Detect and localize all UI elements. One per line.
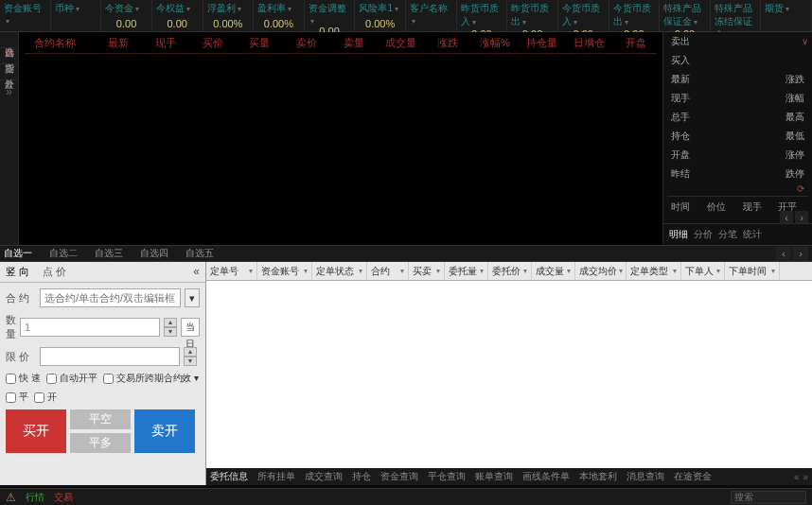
quote-col-3[interactable]: 买价	[192, 36, 234, 50]
contract-input[interactable]	[40, 288, 181, 307]
price-input[interactable]	[40, 347, 180, 366]
side-tab-1[interactable]: 期货	[0, 48, 17, 64]
metric-8[interactable]: 客户名称▾	[406, 0, 457, 31]
metric-15[interactable]: 期货▾	[761, 0, 812, 31]
side-tab-0[interactable]: 自选	[0, 32, 17, 48]
qty-up-icon[interactable]: ▲	[164, 318, 177, 327]
quote-col-5[interactable]: 卖价	[286, 36, 327, 50]
detail-tab-1[interactable]: 分价	[694, 228, 713, 241]
buy-open-button[interactable]: 买开	[6, 409, 66, 453]
bottom-tab-0[interactable]: 委托信息	[210, 470, 248, 483]
validity-select[interactable]: 当日有效 ▾	[181, 318, 200, 337]
quote-col-6[interactable]: 卖量	[333, 36, 375, 50]
sel-tab-0[interactable]: 自选一	[4, 247, 32, 260]
price-up-icon[interactable]: ▲	[184, 347, 197, 357]
check-1[interactable]: 自动开平	[46, 372, 97, 385]
metric-12[interactable]: 今货币质出▾0.00	[609, 0, 661, 31]
bottom-tab-10[interactable]: 在途资金	[674, 470, 712, 483]
bottom-tab-1[interactable]: 所有挂单	[257, 470, 295, 483]
order-col-7[interactable]: 成交量▾	[532, 262, 575, 280]
check-2[interactable]: 交易所跨期合约	[103, 372, 183, 385]
collapse-icon[interactable]: «	[193, 265, 200, 279]
metric-7[interactable]: 风险率1▾0.00%	[355, 0, 406, 31]
bottom-tab-3[interactable]: 持仓	[352, 470, 371, 483]
footer-trade-link[interactable]: 交易	[54, 491, 73, 504]
quote-col-12[interactable]: 开盘	[615, 36, 657, 50]
quote-col-11[interactable]: 日增仓	[569, 36, 610, 50]
footer-quote-link[interactable]: 行情	[26, 491, 44, 504]
quote-col-9[interactable]: 涨幅%	[474, 36, 516, 50]
bottom-tab-4[interactable]: 资金查询	[380, 470, 418, 483]
sel-tab-4[interactable]: 自选五	[185, 247, 214, 260]
check-3[interactable]: 平	[6, 391, 28, 404]
metric-13[interactable]: 特殊产品保证金▾0.00	[660, 0, 711, 31]
order-col-3[interactable]: 合约▾	[367, 262, 409, 280]
scroll-right-icon[interactable]: ›	[795, 211, 808, 224]
metric-2[interactable]: 今资金▾0.00	[101, 0, 152, 31]
metric-1[interactable]: 币种▾	[51, 0, 102, 31]
metric-5[interactable]: 盈利率▾0.00%	[254, 0, 305, 31]
scroll-left-icon[interactable]: ‹	[780, 211, 793, 224]
bottom-tab-9[interactable]: 消息查询	[627, 470, 664, 483]
quote-col-4[interactable]: 买量	[238, 36, 280, 50]
quote-col-2[interactable]: 现手	[145, 36, 186, 50]
side-tab-2[interactable]: 外盘	[0, 64, 17, 80]
search-input[interactable]	[731, 491, 806, 504]
tab-pointprice[interactable]: 点 价	[43, 265, 66, 279]
order-col-6[interactable]: 委托价▾	[488, 262, 532, 280]
quote-col-0[interactable]: 合约名称	[25, 36, 92, 50]
price-down-icon[interactable]: ▼	[184, 357, 197, 366]
order-col-1[interactable]: 资金账号▾	[257, 262, 312, 280]
bottom-tab-7[interactable]: 画线条件单	[522, 470, 570, 483]
side-expand-icon[interactable]: »	[0, 80, 18, 103]
metric-6[interactable]: 资金调整▾0.00	[305, 0, 356, 31]
qty-down-icon[interactable]: ▼	[164, 327, 177, 337]
sel-tab-1[interactable]: 自选二	[49, 247, 78, 260]
close-short-button[interactable]: 平空	[70, 409, 131, 429]
bottom-tab-2[interactable]: 成交查询	[305, 470, 343, 483]
sel-next-icon[interactable]: ›	[793, 247, 808, 260]
sel-prev-icon[interactable]: ‹	[776, 247, 791, 260]
contract-dropdown-icon[interactable]: ▾	[185, 288, 200, 307]
metric-4[interactable]: 浮盈利▾0.00%	[203, 0, 255, 31]
order-col-4[interactable]: 买卖▾	[409, 262, 445, 280]
bottom-tab-5[interactable]: 平仓查询	[428, 470, 466, 483]
metric-11[interactable]: 今货币质入▾0.00	[558, 0, 609, 31]
check-4[interactable]: 开	[34, 391, 57, 404]
check-0[interactable]: 快 速	[6, 372, 41, 385]
chevron-down-icon: ▾	[249, 267, 253, 275]
info-row-1: 买入	[663, 51, 812, 70]
detail-tab-2[interactable]: 分笔	[718, 228, 737, 241]
tab-vertical[interactable]: 竖 向	[6, 265, 29, 279]
sel-tab-3[interactable]: 自选四	[140, 247, 168, 260]
close-long-button[interactable]: 平多	[70, 433, 131, 453]
sell-open-button[interactable]: 卖开	[134, 409, 195, 453]
bottom-tab-6[interactable]: 账单查询	[475, 470, 513, 483]
metric-9[interactable]: 昨货币质入▾0.00	[457, 0, 508, 31]
page-next-icon[interactable]: »	[803, 472, 808, 482]
detail-tab-3[interactable]: 统计	[743, 228, 762, 241]
quote-col-10[interactable]: 持仓量	[521, 36, 563, 50]
order-col-10[interactable]: 下单人▾	[681, 262, 725, 280]
order-col-2[interactable]: 定单状态▾	[312, 262, 367, 280]
quote-col-8[interactable]: 涨跌	[427, 36, 468, 50]
metric-10[interactable]: 昨货币质出▾0.00	[507, 0, 558, 31]
order-col-11[interactable]: 下单时间▾	[725, 262, 780, 280]
order-col-5[interactable]: 委托量▾	[445, 262, 488, 280]
qty-input[interactable]	[20, 318, 160, 337]
detail-tab-0[interactable]: 明细	[669, 228, 688, 241]
sel-tab-2[interactable]: 自选三	[95, 247, 123, 260]
page-prev-icon[interactable]: «	[794, 472, 800, 482]
quote-col-7[interactable]: 成交量	[380, 36, 422, 50]
metric-3[interactable]: 今权益▾0.00	[152, 0, 203, 31]
order-col-8[interactable]: 成交均价▾	[575, 262, 627, 280]
quote-col-1[interactable]: 最新	[97, 36, 139, 50]
info-expand-icon[interactable]: ∨	[802, 36, 808, 46]
metric-14[interactable]: 特殊产品冻结保证金▾0.00	[711, 0, 762, 31]
order-col-0[interactable]: 定单号▾	[206, 262, 257, 280]
refresh-icon[interactable]: ⟳	[663, 183, 812, 194]
chevron-down-icon: ▾	[619, 267, 623, 275]
bottom-tab-8[interactable]: 本地套利	[579, 470, 617, 483]
order-col-9[interactable]: 定单类型▾	[627, 262, 681, 280]
metric-0[interactable]: 资金账号▾	[0, 0, 51, 31]
